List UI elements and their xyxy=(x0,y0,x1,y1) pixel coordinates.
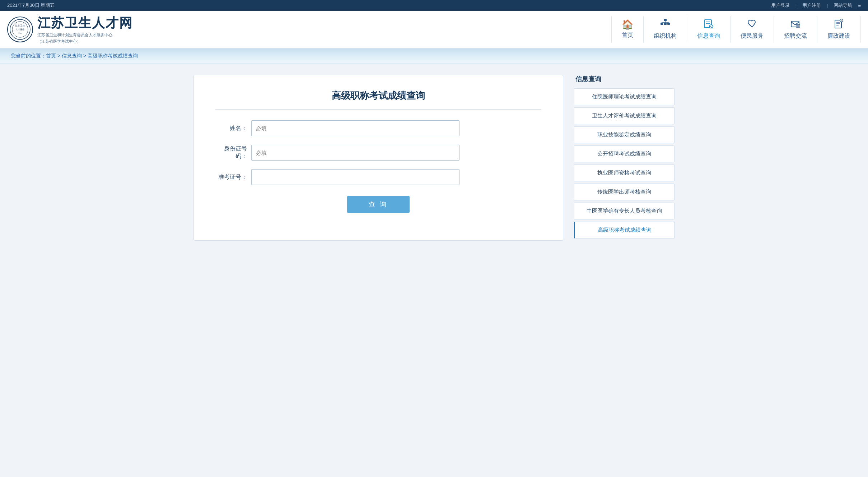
logo-area: 江苏卫生 人才服务 中心 江苏卫生人才网 江苏省卫生和计划生育委员会人才服务中心… xyxy=(7,14,133,45)
nav-org-label: 组织机构 xyxy=(654,32,677,40)
nav-integrity-label: 廉政建设 xyxy=(827,32,850,40)
main-nav: 🏠 首页 组织机构 xyxy=(147,16,861,43)
sidebar-item-senior[interactable]: 高级职称考试成绩查询 xyxy=(574,222,675,239)
examno-label: 准考证号： xyxy=(215,173,251,181)
examno-input[interactable] xyxy=(251,169,459,185)
form-title: 高级职称考试成绩查询 xyxy=(215,89,541,110)
nav-recruit[interactable]: 招聘交流 xyxy=(774,16,817,43)
sidebar: 信息查询 住院医师理论考试成绩查询 卫生人才评价考试成绩查询 职业技能鉴定成绩查… xyxy=(574,75,675,241)
sidebar-title: 信息查询 xyxy=(574,75,675,83)
site-subtitle2: （江苏省医学考试中心） xyxy=(37,38,133,45)
nav-home-label: 首页 xyxy=(622,32,633,39)
sidebar-item-traditional[interactable]: 传统医学出师考核查询 xyxy=(574,184,675,200)
svg-text:江苏卫生: 江苏卫生 xyxy=(15,24,25,27)
home-icon: 🏠 xyxy=(622,19,633,30)
sidebar-item-tcm[interactable]: 中医医学确有专长人员考核查询 xyxy=(574,203,675,219)
name-field-group: 姓名： xyxy=(215,120,541,136)
sidebar-item-doctor[interactable]: 执业医师资格考试查询 xyxy=(574,165,675,181)
sidebar-item-skill[interactable]: 职业技能鉴定成绩查询 xyxy=(574,126,675,143)
logo-circle: 江苏卫生 人才服务 中心 xyxy=(7,17,33,42)
logo-text: 江苏卫生人才网 江苏省卫生和计划生育委员会人才服务中心 （江苏省医学考试中心） xyxy=(37,14,133,45)
header: 江苏卫生 人才服务 中心 江苏卫生人才网 江苏省卫生和计划生育委员会人才服务中心… xyxy=(0,11,868,48)
breadcrumb: 您当前的位置：首页 > 信息查询 > 高级职称考试成绩查询 xyxy=(0,48,868,64)
site-title: 江苏卫生人才网 xyxy=(37,14,133,32)
site-subtitle1: 江苏省卫生和计划生育委员会人才服务中心 xyxy=(37,32,133,38)
service-icon xyxy=(747,19,757,31)
svg-text:人才服务: 人才服务 xyxy=(16,28,24,31)
register-link[interactable]: 用户注册 xyxy=(802,2,821,9)
nav-recruit-label: 招聘交流 xyxy=(784,32,807,40)
main-content: 高级职称考试成绩查询 姓名： 身份证号码： 准考证号： 查 询 信息查询 住院医… xyxy=(183,64,685,251)
nav-integrity[interactable]: ! 廉政建设 xyxy=(817,16,861,43)
svg-text:中心: 中心 xyxy=(18,32,22,34)
integrity-icon: ! xyxy=(834,19,844,31)
sidebar-item-recruit[interactable]: 公开招聘考试成绩查询 xyxy=(574,145,675,162)
divider2: | xyxy=(827,3,828,8)
logo-svg: 江苏卫生 人才服务 中心 xyxy=(9,19,31,40)
name-input[interactable] xyxy=(251,120,459,136)
nav-service[interactable]: 便民服务 xyxy=(731,16,774,43)
sidebar-item-health[interactable]: 卫生人才评价考试成绩查询 xyxy=(574,107,675,124)
org-icon xyxy=(660,19,670,31)
nav-org[interactable]: 组织机构 xyxy=(644,16,687,43)
info-icon xyxy=(704,19,714,31)
nav-service-label: 便民服务 xyxy=(741,32,764,40)
breadcrumb-text: 您当前的位置：首页 > 信息查询 > 高级职称考试成绩查询 xyxy=(11,53,138,59)
form-area: 高级职称考试成绩查询 姓名： 身份证号码： 准考证号： 查 询 xyxy=(193,75,563,241)
nav-info[interactable]: 信息查询 xyxy=(687,16,731,43)
top-bar-actions: 用户登录 | 用户注册 | 网站导航 ≡ xyxy=(771,2,861,9)
idcard-field-group: 身份证号码： xyxy=(215,145,541,161)
nav-info-label: 信息查询 xyxy=(697,32,720,40)
sidebar-item-resident[interactable]: 住院医师理论考试成绩查询 xyxy=(574,88,675,105)
login-link[interactable]: 用户登录 xyxy=(771,2,790,9)
idcard-label: 身份证号码： xyxy=(215,145,251,160)
recruit-icon xyxy=(790,19,801,31)
examno-field-group: 准考证号： xyxy=(215,169,541,185)
idcard-input[interactable] xyxy=(251,145,459,161)
divider1: | xyxy=(795,3,797,8)
menu-icon: ≡ xyxy=(858,3,861,8)
top-bar: 2021年7月30日 星期五 用户登录 | 用户注册 | 网站导航 ≡ xyxy=(0,0,868,11)
nav-home[interactable]: 🏠 首页 xyxy=(611,16,644,43)
query-button[interactable]: 查 询 xyxy=(347,196,409,213)
navigation-link[interactable]: 网站导航 xyxy=(834,2,852,9)
name-label: 姓名： xyxy=(215,125,251,132)
svg-rect-7 xyxy=(664,23,667,25)
svg-rect-19 xyxy=(796,24,800,27)
svg-rect-5 xyxy=(664,19,667,21)
date-display: 2021年7月30日 星期五 xyxy=(7,2,55,9)
